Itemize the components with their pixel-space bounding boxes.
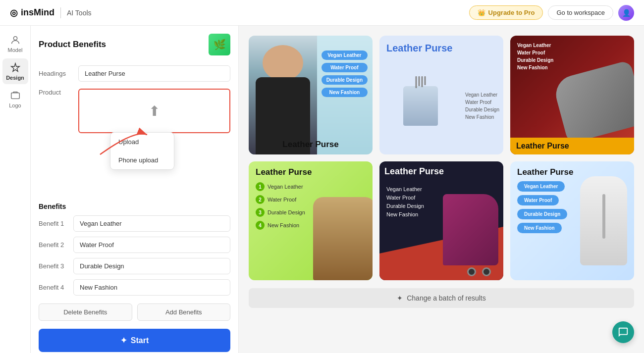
card1-tags: Vegan Leather Water Proof Durable Design… xyxy=(322,50,368,97)
benefit-3-row: Benefit 3 xyxy=(39,258,230,274)
woman-silhouette xyxy=(249,36,317,154)
svg-rect-1 xyxy=(11,93,19,99)
card3-benefit-3: Durable Design xyxy=(517,57,553,63)
card4-title: Leather Purse xyxy=(249,161,373,180)
sidebar-item-model[interactable]: Model xyxy=(2,31,28,56)
card3-benefit-1: Vegan Leather xyxy=(517,43,553,48)
sidebar-item-model-label: Model xyxy=(8,47,23,53)
change-batch-label: Change a batch of results xyxy=(407,294,486,302)
card3-shoe xyxy=(551,60,634,144)
benefits-action-row: Delete Benefits Add Benefits xyxy=(39,303,230,321)
results-grid: Vegan Leather Water Proof Durable Design… xyxy=(249,36,634,280)
workspace-button[interactable]: Go to workspace xyxy=(548,5,613,20)
model-icon xyxy=(10,35,21,46)
result-card-2[interactable]: Leather Purse Vegan Le xyxy=(379,36,503,154)
icon-sidebar: Model Design Logo xyxy=(0,26,31,353)
add-benefits-button[interactable]: Add Benefits xyxy=(137,303,231,321)
list-num-1: 1 xyxy=(256,182,265,191)
content-area: Vegan Leather Water Proof Durable Design… xyxy=(239,26,644,353)
stroller-wheel-2 xyxy=(467,267,476,276)
benefit-4-row: Benefit 4 xyxy=(39,279,230,296)
header: ◎ insMind AI Tools 👑 Upgrade to Pro Go t… xyxy=(0,0,644,26)
card1-tag-1: Vegan Leather xyxy=(322,50,368,60)
upload-option[interactable]: Upload xyxy=(110,133,174,151)
benefit-4-label: Benefit 4 xyxy=(39,284,73,291)
card4-item-1: 1 Vegan Leather xyxy=(256,182,366,191)
logo-icon: ◎ xyxy=(10,7,18,18)
result-card-3[interactable]: Vegan Leather Water Proof Durable Design… xyxy=(510,36,634,154)
upgrade-label: Upgrade to Pro xyxy=(488,9,535,16)
benefit-2-row: Benefit 2 xyxy=(39,237,230,253)
change-batch-button[interactable]: ✦ Change a batch of results xyxy=(249,288,634,308)
card4-benefit-4: New Fashion xyxy=(268,222,299,228)
card5-benefit-2: Water Proof xyxy=(386,195,424,201)
phone-upload-option[interactable]: Phone upload xyxy=(110,151,174,169)
sidebar-item-design-label: Design xyxy=(6,75,24,81)
panel-header: Product Benefits 🌿 xyxy=(39,34,230,55)
left-panel: Product Benefits 🌿 Headings Product ⬆ Up… xyxy=(31,26,239,353)
upgrade-icon: 👑 xyxy=(478,9,485,16)
card2-benefit-2: Water Proof xyxy=(465,100,499,105)
headings-row: Headings xyxy=(39,65,230,82)
benefit-2-input[interactable] xyxy=(73,237,230,253)
sidebar-item-logo[interactable]: Logo xyxy=(2,86,28,112)
card5-title: Leather Purse xyxy=(384,166,498,177)
card1-tag-3: Durable Design xyxy=(322,75,368,85)
svg-point-0 xyxy=(13,36,17,40)
card5-stroller-body xyxy=(443,194,499,265)
header-divider xyxy=(60,7,61,18)
card2-benefit-4: New Fashion xyxy=(465,114,499,120)
delete-benefits-button[interactable]: Delete Benefits xyxy=(39,303,132,321)
card5-benefit-3: Durable Design xyxy=(386,203,424,209)
logo-icon xyxy=(10,90,21,101)
card1-tag-2: Water Proof xyxy=(322,63,368,72)
benefit-1-label: Benefit 1 xyxy=(39,220,73,227)
logo-text: insMind xyxy=(21,7,54,18)
card1-tag-4: New Fashion xyxy=(322,88,368,97)
benefit-1-input[interactable] xyxy=(73,215,230,232)
card1-title: Leather Purse xyxy=(249,140,373,150)
chat-icon xyxy=(618,327,629,338)
card6-tag-4: New Fashion xyxy=(517,223,562,233)
result-card-4[interactable]: Leather Purse 1 Vegan Leather 2 Water Pr… xyxy=(249,161,373,280)
card6-tag-1: Vegan Leather xyxy=(517,181,565,192)
result-card-5[interactable]: Leather Purse Vegan Leather Water Proof … xyxy=(379,161,503,280)
card3-benefits: Vegan Leather Water Proof Durable Design… xyxy=(517,43,553,70)
change-batch-icon: ✦ xyxy=(397,294,403,302)
product-label: Product xyxy=(39,89,78,96)
sidebar-item-design[interactable]: Design xyxy=(2,58,28,84)
panel-thumbnail: 🌿 xyxy=(209,34,230,55)
result-card-1[interactable]: Vegan Leather Water Proof Durable Design… xyxy=(249,36,373,154)
humidifier-detail xyxy=(602,194,605,239)
card3-benefit-2: Water Proof xyxy=(517,50,553,55)
upgrade-button[interactable]: 👑 Upgrade to Pro xyxy=(469,5,543,20)
card3-benefit-4: New Fashion xyxy=(517,65,553,70)
card4-benefit-2: Water Proof xyxy=(268,197,296,202)
benefit-3-label: Benefit 3 xyxy=(39,262,73,270)
card2-benefit-3: Durable Design xyxy=(465,107,499,112)
card4-boot xyxy=(313,197,373,280)
upload-icon: ⬆ xyxy=(149,103,160,119)
headings-input[interactable] xyxy=(78,65,230,82)
chat-bubble-button[interactable] xyxy=(612,321,634,343)
upload-dropdown: Upload Phone upload xyxy=(110,132,174,170)
card5-benefit-4: New Fashion xyxy=(386,211,424,217)
woman-head xyxy=(263,45,304,81)
benefits-section: Benefits Benefit 1 Benefit 2 Benefit 3 B… xyxy=(39,202,230,296)
sidebar-item-logo-label: Logo xyxy=(9,102,21,108)
benefits-title: Benefits xyxy=(39,202,230,210)
benefit-4-input[interactable] xyxy=(73,279,230,296)
knives xyxy=(415,76,426,88)
result-card-6[interactable]: Leather Purse Vegan Leather Water Proof … xyxy=(510,161,634,280)
card3-title: Leather Purse xyxy=(516,142,569,150)
humidifier xyxy=(580,176,627,265)
card4-benefit-3: Durable Design xyxy=(268,209,305,215)
product-upload-area[interactable]: ⬆ xyxy=(78,89,230,133)
card3-title-bar: Leather Purse xyxy=(510,138,634,154)
design-icon xyxy=(10,62,21,73)
benefit-3-input[interactable] xyxy=(73,258,230,274)
list-num-3: 3 xyxy=(256,208,265,217)
ai-tools-label: AI Tools xyxy=(67,9,92,17)
card2-content: Vegan Leather Water Proof Durable Design… xyxy=(379,57,503,154)
start-button[interactable]: ✦ Start xyxy=(39,329,230,352)
